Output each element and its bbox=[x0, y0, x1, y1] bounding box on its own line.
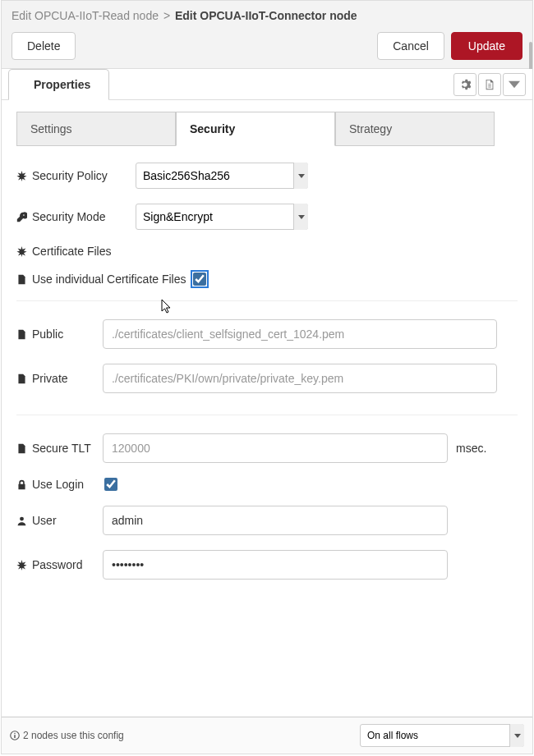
file-icon bbox=[16, 373, 27, 384]
breadcrumb-prev[interactable]: Edit OPCUA-IIoT-Read node bbox=[12, 9, 159, 22]
subtab-settings[interactable]: Settings bbox=[16, 112, 176, 146]
label-password: Password bbox=[16, 558, 103, 571]
subtab-security[interactable]: Security bbox=[176, 112, 335, 146]
svg-rect-1 bbox=[14, 735, 16, 738]
label-private: Private bbox=[16, 372, 103, 385]
use-login-checkbox[interactable] bbox=[104, 478, 117, 491]
public-cert-input[interactable] bbox=[103, 319, 497, 349]
gear-icon bbox=[459, 79, 471, 90]
label-use-login: Use Login bbox=[16, 478, 103, 491]
node-help-button[interactable] bbox=[478, 73, 501, 96]
panel-header: Edit OPCUA-IIoT-Read node > Edit OPCUA-I… bbox=[2, 1, 532, 69]
label-public: Public bbox=[16, 328, 103, 341]
scope-select[interactable]: On all flows bbox=[360, 724, 524, 747]
divider bbox=[16, 415, 518, 415]
tab-properties[interactable]: Properties bbox=[8, 69, 109, 100]
secure-tlt-unit: msec. bbox=[456, 442, 486, 455]
tab-properties-label: Properties bbox=[34, 78, 90, 91]
asterisk-icon bbox=[16, 171, 27, 181]
private-key-input[interactable] bbox=[103, 364, 497, 393]
footer-usage-text: 2 nodes use this config bbox=[23, 730, 124, 741]
security-mode-select[interactable]: Sign&Encrypt bbox=[136, 204, 308, 230]
node-more-button[interactable] bbox=[503, 73, 526, 96]
user-input[interactable] bbox=[103, 506, 448, 535]
secure-tlt-input[interactable] bbox=[103, 433, 448, 463]
label-individual-cert: Use individual Certificate Files bbox=[16, 273, 186, 286]
info-icon bbox=[10, 731, 20, 740]
breadcrumb-sep: > bbox=[163, 9, 170, 22]
file-icon bbox=[16, 274, 27, 285]
breadcrumb: Edit OPCUA-IIoT-Read node > Edit OPCUA-I… bbox=[12, 9, 522, 22]
label-security-policy: Security Policy bbox=[16, 169, 136, 182]
label-secure-tlt: Secure TLT bbox=[16, 442, 103, 455]
node-settings-button[interactable] bbox=[453, 73, 476, 96]
panel-footer: 2 nodes use this config On all flows bbox=[2, 717, 532, 754]
file-icon bbox=[16, 443, 27, 454]
asterisk-icon bbox=[16, 560, 27, 570]
asterisk-icon bbox=[16, 246, 27, 257]
file-icon bbox=[16, 329, 27, 340]
label-security-mode: Security Mode bbox=[16, 210, 136, 223]
caret-down-icon bbox=[509, 79, 520, 90]
update-button[interactable]: Update bbox=[451, 32, 522, 60]
cancel-button[interactable]: Cancel bbox=[377, 32, 444, 60]
delete-button[interactable]: Delete bbox=[12, 32, 76, 60]
cursor-icon bbox=[161, 299, 174, 315]
document-icon bbox=[484, 79, 495, 90]
breadcrumb-current: Edit OPCUA-IIoT-Connector node bbox=[175, 9, 357, 22]
label-user: User bbox=[16, 514, 103, 527]
individual-cert-checkbox[interactable] bbox=[193, 273, 206, 286]
divider bbox=[16, 300, 518, 301]
user-icon bbox=[16, 515, 27, 526]
label-cert-files: Certificate Files bbox=[16, 245, 136, 258]
password-input[interactable] bbox=[103, 550, 448, 580]
security-policy-select[interactable]: Basic256Sha256 bbox=[136, 163, 308, 189]
svg-point-2 bbox=[14, 733, 16, 735]
subtab-strategy[interactable]: Strategy bbox=[335, 112, 495, 146]
lock-icon bbox=[16, 479, 27, 490]
key-icon bbox=[16, 212, 27, 222]
